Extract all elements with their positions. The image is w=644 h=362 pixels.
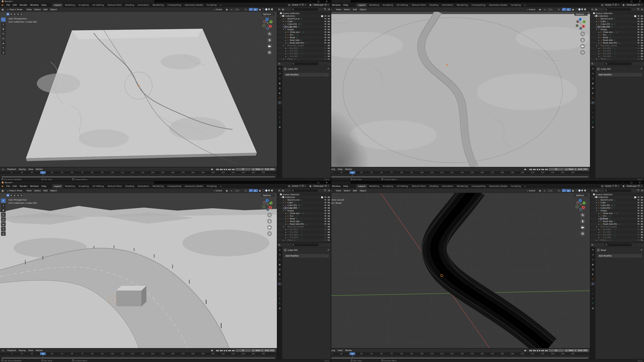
properties-tab-world[interactable]: ◐ (278, 273, 282, 276)
properties-tab-modifiers[interactable]: ⚙ (278, 282, 282, 285)
disclosure-icon[interactable]: ▶ (598, 31, 600, 33)
disclosure-icon[interactable]: ▶ (285, 215, 287, 217)
menu-help[interactable]: Help (40, 4, 48, 6)
options-button[interactable]: Options⌄ (261, 194, 274, 197)
select-tool[interactable]: ↖ (1, 17, 6, 22)
outliner-row[interactable]: ▶▽Env.003∷▽ (277, 52, 331, 55)
disclosure-icon[interactable]: ▶ (285, 223, 287, 225)
disable-in-renders-icon[interactable] (328, 26, 330, 28)
properties-search-input[interactable] (604, 62, 632, 65)
tab-compositing[interactable]: Compositing (470, 184, 487, 188)
solid-shading-icon[interactable] (265, 8, 267, 10)
hide-in-viewport-icon[interactable] (324, 39, 326, 41)
outliner-row[interactable]: ▼⌖Mountain assets (590, 225, 644, 228)
zoom-button[interactable] (267, 31, 272, 36)
disabled-in-renders-icon[interactable] (328, 58, 330, 60)
shading-dropdown-icon[interactable]: ⌄ (587, 8, 588, 10)
close-button[interactable]: ✕ (322, 182, 331, 184)
viewport-menu-select[interactable]: Select (33, 8, 42, 11)
material-shading-icon[interactable] (581, 8, 583, 10)
disclosure-icon[interactable]: ▶ (598, 42, 600, 44)
timeline-menu-keying[interactable]: Keying (18, 349, 27, 352)
add-workspace-button[interactable]: + (522, 3, 528, 7)
scene-browse-icon[interactable]: ◍⌄ (288, 185, 291, 187)
scene-browse-icon[interactable]: ◍⌄ (601, 4, 604, 6)
outliner-row[interactable]: ▼⌖Mountain assets (277, 225, 331, 228)
hide-in-viewport-icon[interactable] (637, 15, 640, 17)
rendered-shading-icon[interactable] (584, 190, 586, 192)
disable-in-renders-icon[interactable] (328, 52, 330, 55)
tab-geometry-nodes[interactable]: Geometry Nodes (487, 184, 509, 188)
pin-id-icon[interactable] (327, 68, 329, 70)
disclosure-icon[interactable]: ▶ (285, 221, 287, 222)
outliner-row[interactable]: ▶▽Road▽ (277, 217, 331, 220)
playhead-frame-pill[interactable]: 31 (40, 171, 46, 174)
scene-name[interactable]: Scene (292, 4, 298, 6)
viewport-menu-view[interactable]: View (335, 8, 342, 11)
minimize-button[interactable]: – (619, 0, 627, 2)
tab-rendering[interactable]: Rendering (151, 184, 166, 188)
collection-checkbox[interactable]: ✓ (321, 15, 323, 17)
new-scene-icon[interactable] (615, 185, 617, 187)
axis-gizmo[interactable]: ZYX (574, 17, 586, 29)
new-viewlayer-icon[interactable] (325, 185, 326, 187)
properties-tab-modifiers[interactable]: ⚙ (591, 282, 595, 285)
disable-in-renders-icon[interactable] (641, 210, 643, 212)
outliner-row[interactable]: ▶▽Cube.001⚙▽ (277, 204, 331, 207)
disclosure-icon[interactable]: ▶ (598, 231, 600, 233)
disable-in-renders-icon[interactable] (641, 226, 643, 228)
disclosure-icon[interactable]: ▶ (596, 23, 598, 25)
outliner-row[interactable]: ▶▽Plane⚙▽ (277, 239, 331, 242)
disabled-in-renders-icon[interactable] (641, 58, 643, 60)
hidden-in-viewport-icon[interactable] (324, 52, 326, 55)
hidden-in-viewport-icon[interactable] (637, 44, 640, 47)
properties-tab-material[interactable]: ◉ (278, 125, 282, 129)
hidden-in-viewport-icon[interactable] (324, 44, 326, 47)
properties-tab-object-data[interactable]: ▽ (591, 302, 595, 305)
outliner-row[interactable]: ▶▽Env.004∷▽ (590, 55, 644, 58)
filter-icon[interactable]: ⌄ (324, 189, 327, 192)
timeline-menu-view[interactable]: View (27, 349, 34, 352)
disclosure-icon[interactable]: ▶ (285, 42, 287, 44)
hidden-in-viewport-icon[interactable] (637, 236, 640, 239)
hidden-in-viewport-icon[interactable] (637, 50, 640, 52)
timeline-editor-type-button[interactable]: ◷⌄ (1, 168, 6, 171)
overlays-button[interactable]: ◎⌄ (566, 189, 571, 192)
disable-in-renders-icon[interactable] (328, 199, 330, 201)
jump-to-start-button[interactable]: ▮◀ (530, 168, 532, 170)
unlink-scene-icon[interactable]: ✕ (618, 185, 619, 187)
outliner-row[interactable]: ▶▽Cube▽ (277, 20, 331, 23)
disable-in-renders-icon[interactable] (328, 236, 330, 239)
tab-rendering[interactable]: Rendering (455, 3, 470, 7)
tab-sculpting[interactable]: Sculpting (77, 3, 91, 7)
tab-texture-paint[interactable]: Texture Paint (106, 184, 124, 188)
outliner-row[interactable]: Scene Collection (590, 193, 644, 196)
gizmo-x-axis[interactable]: X (582, 206, 585, 209)
outliner-row[interactable]: ▶▽Cube.001⚙▽ (590, 204, 644, 207)
end-value[interactable]: 250 (583, 168, 587, 170)
outliner-search-input[interactable] (604, 8, 632, 11)
viewlayer-name[interactable]: ViewLayer (314, 4, 324, 6)
start-value[interactable]: 1 (575, 168, 576, 170)
properties-tab-object-data[interactable]: ▽ (278, 302, 282, 305)
hide-in-viewport-icon[interactable] (324, 23, 326, 25)
hidden-in-viewport-icon[interactable] (637, 234, 640, 236)
disable-in-renders-icon[interactable] (641, 17, 643, 20)
pin-icon[interactable] (299, 185, 301, 187)
hidden-in-viewport-icon[interactable] (637, 52, 640, 55)
properties-tab-output[interactable]: ⎙ (278, 258, 282, 261)
disclosure-icon[interactable]: ▶ (596, 205, 598, 206)
outliner-row[interactable]: ▶▽Plane⚙▽ (590, 58, 644, 60)
tab-layout[interactable]: Layout (52, 3, 63, 7)
hide-in-viewport-icon[interactable] (637, 28, 640, 31)
scene-browse-icon[interactable]: ◍⌄ (288, 4, 291, 6)
new-viewlayer-icon[interactable] (638, 4, 640, 6)
tab-uv-editing[interactable]: UV Editing (395, 184, 410, 188)
toggle-perspective-button[interactable] (267, 50, 272, 55)
tab-shading[interactable]: Shading (428, 184, 440, 188)
hide-in-viewport-icon[interactable] (324, 212, 326, 215)
hide-in-viewport-icon[interactable] (637, 42, 640, 44)
hidden-in-viewport-icon[interactable] (324, 55, 326, 57)
pivot-point-button[interactable]: ◉⌄ (538, 8, 542, 11)
tab-animation[interactable]: Animation (440, 184, 455, 188)
